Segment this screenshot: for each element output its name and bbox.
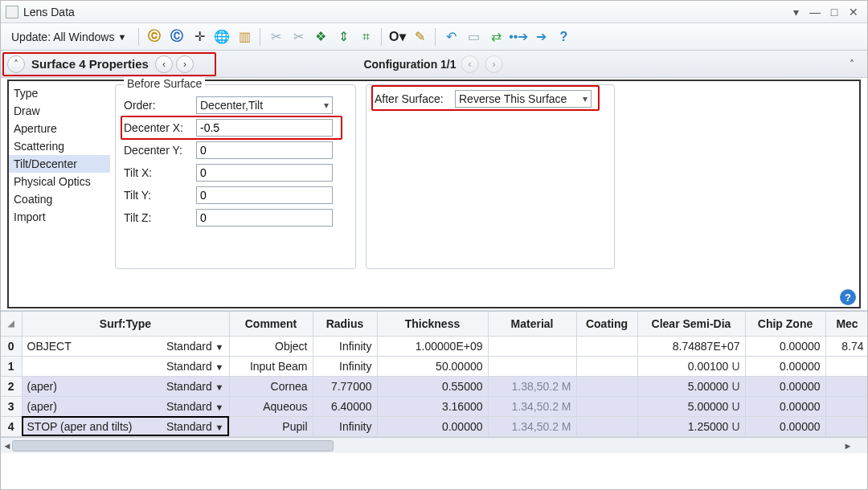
cell-surf-type[interactable]: STOP (aper and tilts)Standard ▼ — [22, 416, 229, 436]
maximize-button[interactable]: □ — [825, 4, 843, 20]
chart-icon[interactable]: ▥ — [235, 28, 253, 46]
cell-comment[interactable]: Aqueous — [229, 396, 313, 416]
cell-radius[interactable]: Infinity — [313, 356, 377, 376]
decenter-y-input[interactable] — [196, 141, 333, 159]
close-button[interactable]: ✕ — [845, 4, 862, 20]
col-rowhead[interactable]: ◢ — [1, 312, 22, 336]
help-icon[interactable]: ? — [840, 289, 856, 305]
crosshair-icon[interactable]: ✛ — [190, 28, 208, 46]
cell-clear-semi-dia[interactable]: 8.74887E+07 — [637, 336, 745, 356]
cell-radius[interactable]: Infinity — [313, 416, 377, 436]
cell-coating[interactable] — [576, 336, 637, 356]
scroll-right-arrow[interactable]: ► — [841, 439, 854, 452]
toolbar-icon-6[interactable]: ✂ — [267, 28, 285, 46]
tilt-z-input[interactable] — [196, 209, 333, 227]
cell-material[interactable]: 1.34,50.2 M — [488, 416, 576, 436]
cell-mec[interactable] — [825, 396, 867, 416]
tab-aperture[interactable]: Aperture — [9, 120, 110, 137]
cell-clear-semi-dia[interactable]: 1.25000U — [637, 416, 745, 436]
table-row[interactable]: 3(aper)Standard ▼Aqueous6.400003.160001.… — [1, 396, 867, 416]
cell-mec[interactable] — [825, 416, 867, 436]
toolbar-help-icon[interactable]: ? — [555, 28, 572, 46]
cell-thickness[interactable]: 50.00000 — [377, 356, 488, 376]
toolbar-icon-circle[interactable]: O▾ — [388, 28, 406, 46]
cell-coating[interactable] — [576, 396, 637, 416]
cell-comment[interactable]: Cornea — [229, 376, 313, 396]
tab-type[interactable]: Type — [9, 84, 110, 102]
cell-material[interactable]: 1.34,50.2 M — [488, 396, 576, 416]
expand-upward-button[interactable]: ˄ — [843, 55, 861, 73]
toolbar-icon-8[interactable]: ❖ — [312, 28, 330, 46]
next-config-button[interactable]: › — [485, 55, 503, 73]
next-surface-button[interactable]: › — [176, 55, 194, 73]
cell-thickness[interactable]: 3.16000 — [377, 396, 488, 416]
cell-coating[interactable] — [576, 416, 637, 436]
dropdown-window-button[interactable]: ▾ — [787, 4, 805, 20]
table-row[interactable]: 0OBJECTStandard ▼ObjectInfinity1.00000E+… — [1, 336, 867, 356]
table-row[interactable]: 2(aper)Standard ▼Cornea7.770000.550001.3… — [1, 376, 867, 396]
cell-surf-type[interactable]: (aper)Standard ▼ — [22, 396, 229, 416]
cell-chip-zone[interactable]: 0.00000 — [745, 416, 825, 436]
lens-data-table[interactable]: ◢ Surf:Type Comment Radius Thickness Mat… — [1, 312, 867, 437]
cell-chip-zone[interactable]: 0.00000 — [745, 336, 825, 356]
tab-import[interactable]: Import — [9, 208, 110, 226]
cell-comment[interactable]: Pupil — [229, 416, 313, 436]
decenter-x-input[interactable] — [196, 119, 333, 137]
cell-surf-type[interactable]: OBJECTStandard ▼ — [22, 336, 229, 356]
cell-clear-semi-dia[interactable]: 0.00100U — [637, 356, 745, 376]
tab-coating[interactable]: Coating — [9, 190, 110, 208]
col-mec[interactable]: Mec — [825, 312, 867, 336]
cell-comment[interactable]: Input Beam — [229, 356, 313, 376]
update-all-windows-button[interactable]: Update: All Windows ▼ — [6, 28, 132, 46]
tilt-x-input[interactable] — [196, 164, 333, 182]
toolbar-icon-7[interactable]: ✂ — [289, 28, 307, 46]
cell-radius[interactable]: 6.40000 — [313, 396, 377, 416]
horizontal-scrollbar[interactable]: ◄ ► — [1, 437, 867, 453]
collapse-properties-button[interactable]: ˄ — [7, 55, 25, 73]
toolbar-icon-swap[interactable]: ⇄ — [487, 28, 505, 46]
table-row[interactable]: 4STOP (aper and tilts)Standard ▼PupilInf… — [1, 416, 867, 436]
cell-comment[interactable]: Object — [229, 336, 313, 356]
toolbar-icon-arrow[interactable]: ➔ — [532, 28, 550, 46]
toolbar-icon-1[interactable]: ⓒ — [145, 28, 163, 46]
tab-scattering[interactable]: Scattering — [9, 137, 110, 155]
cell-thickness[interactable]: 0.55000 — [377, 376, 488, 396]
cell-radius[interactable]: Infinity — [313, 336, 377, 356]
cell-mec[interactable] — [825, 356, 867, 376]
cell-clear-semi-dia[interactable]: 5.00000U — [637, 376, 745, 396]
col-chip-zone[interactable]: Chip Zone — [745, 312, 825, 336]
cell-coating[interactable] — [576, 356, 637, 376]
prev-surface-button[interactable]: ‹ — [155, 55, 173, 73]
col-thickness[interactable]: Thickness — [377, 312, 488, 336]
col-material[interactable]: Material — [488, 312, 576, 336]
cell-thickness[interactable]: 0.00000 — [377, 416, 488, 436]
table-row[interactable]: 1Standard ▼Input BeamInfinity50.000000.0… — [1, 356, 867, 376]
toolbar-icon-2[interactable]: Ⓒ — [168, 28, 186, 46]
cell-material[interactable] — [488, 336, 576, 356]
toolbar-icon-undo[interactable]: ↶ — [442, 28, 460, 46]
scroll-thumb[interactable] — [12, 440, 334, 451]
cell-material[interactable]: 1.38,50.2 M — [488, 376, 576, 396]
prev-config-button[interactable]: ‹ — [461, 55, 479, 73]
globe-icon[interactable]: 🌐 — [213, 28, 231, 46]
tilt-y-input[interactable] — [196, 186, 333, 204]
toolbar-icon-10[interactable]: ⌗ — [357, 28, 375, 46]
cell-chip-zone[interactable]: 0.00000 — [745, 376, 825, 396]
cell-surf-type[interactable]: Standard ▼ — [22, 356, 229, 376]
toolbar-icon-dots[interactable]: ••➔ — [510, 28, 527, 46]
tab-tilt-decenter[interactable]: Tilt/Decenter — [9, 155, 110, 173]
cell-chip-zone[interactable]: 0.00000 — [745, 356, 825, 376]
cell-clear-semi-dia[interactable]: 5.00000U — [637, 396, 745, 416]
col-clear-semi-dia[interactable]: Clear Semi-Dia — [637, 312, 745, 336]
after-surface-combo[interactable]: Reverse This Surface — [455, 90, 592, 108]
order-combo[interactable]: Decenter,Tilt — [196, 96, 333, 114]
cell-material[interactable] — [488, 356, 576, 376]
toolbar-icon-brush[interactable]: ✎ — [411, 28, 428, 46]
tab-physical-optics[interactable]: Physical Optics — [9, 173, 110, 190]
col-radius[interactable]: Radius — [313, 312, 377, 336]
minimize-button[interactable]: — — [806, 4, 824, 20]
col-surf-type[interactable]: Surf:Type — [22, 312, 229, 336]
cell-radius[interactable]: 7.77000 — [313, 376, 377, 396]
tab-draw[interactable]: Draw — [9, 102, 110, 120]
toolbar-icon-9[interactable]: ⇕ — [334, 28, 352, 46]
